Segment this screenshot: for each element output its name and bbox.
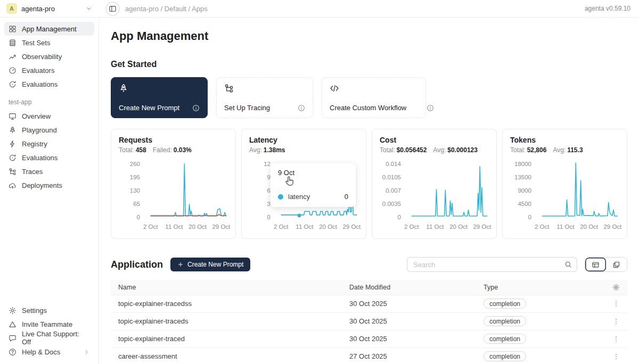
app-date: 30 Oct 2025 — [342, 312, 476, 330]
app-root: A agenta-pro agenta-pro / Default / Apps… — [0, 0, 639, 364]
chevron-right-icon — [83, 349, 90, 355]
column-header-name[interactable]: Name — [111, 280, 342, 295]
dots-vertical-icon — [612, 318, 620, 325]
metrics-row: RequestsTotal:458Failed:0.03%26019513065… — [111, 129, 627, 239]
sidebar-item-app-management[interactable]: App Management — [4, 22, 94, 36]
sidebar-item-app-evaluations[interactable]: Evaluations — [4, 151, 94, 164]
application-heading: Application — [111, 259, 163, 270]
row-menu-button[interactable] — [612, 300, 620, 308]
requests-chart — [144, 161, 228, 220]
type-badge: completion — [484, 351, 526, 361]
sidebar-item-label: Traces — [22, 168, 43, 176]
branch-icon — [9, 168, 17, 176]
metric-stats: Total:458Failed:0.03% — [119, 146, 228, 154]
code-icon — [330, 84, 418, 93]
metric-title: Tokens — [510, 136, 619, 144]
row-menu-button[interactable] — [612, 353, 620, 360]
sidebar-app-section-label: test-app — [4, 91, 94, 109]
sidebar-item-label: Help & Docs — [22, 348, 60, 356]
table-row[interactable]: topic-explainer-traceds 30 Oct 2025 comp… — [111, 312, 627, 330]
card-label: Create New Prompt — [119, 104, 179, 112]
question-icon — [9, 348, 17, 356]
x-axis-labels: 2 Oct11 Oct20 Oct29 Oct — [144, 223, 228, 231]
sidebar-item-playground[interactable]: Playground — [4, 123, 94, 137]
sidebar-item-overview[interactable]: Overview — [4, 109, 94, 123]
card-view-button[interactable] — [606, 258, 627, 271]
mouse-cursor-icon — [284, 176, 295, 188]
get-started-heading: Get Started — [111, 60, 627, 69]
table-row[interactable]: career-assessment 27 Oct 2025 completion — [111, 348, 627, 364]
tooltip-date: 9 Oct — [278, 169, 348, 177]
table-row[interactable]: topic-explainer-tracedss 30 Oct 2025 com… — [111, 295, 627, 312]
metric-stat: Avg:$0.000123 — [433, 146, 478, 154]
panel-left-icon — [109, 5, 117, 13]
metric-card-tokens: TokensTotal:52,806Avg:115.31800013500900… — [502, 129, 627, 239]
metric-card-latency: LatencyAvg:1.38ms1296302 Oct11 Oct20 Oct… — [241, 129, 366, 239]
create-new-prompt-button[interactable]: Create New Prompt — [170, 258, 250, 271]
sidebar-item-label: Settings — [22, 307, 47, 315]
sidebar-item-label: Live Chat Support: Off — [22, 330, 90, 346]
search-input[interactable] — [413, 261, 560, 269]
workspace-avatar: A — [6, 3, 17, 14]
card-view-icon — [612, 261, 620, 269]
sidebar-item-label: Observability — [22, 53, 62, 61]
row-menu-button[interactable] — [612, 318, 620, 325]
sidebar-item-settings[interactable]: Settings — [4, 303, 94, 317]
sidebar-item-registry[interactable]: Registry — [4, 137, 94, 151]
app-date: 30 Oct 2025 — [342, 295, 476, 312]
create-custom-workflow-card[interactable]: Create Custom Workflow — [322, 77, 426, 118]
sidebar-item-observability[interactable]: Observability — [4, 49, 94, 63]
button-label: Create New Prompt — [187, 261, 243, 268]
app-name: career-assessment — [111, 348, 342, 364]
column-settings-gear-icon[interactable] — [604, 284, 620, 291]
app-name: topic-explainer-tracedss — [111, 295, 342, 312]
metric-stat: Total:$0.056452 — [380, 146, 427, 154]
sidebar-item-evaluations[interactable]: Evaluations — [4, 77, 94, 91]
sidebar-item-deployments[interactable]: Deployments — [4, 178, 94, 192]
dots-vertical-icon — [612, 335, 620, 343]
sidebar-item-help-docs[interactable]: Help & Docs — [4, 345, 94, 359]
tooltip-value: 0 — [345, 193, 348, 201]
sidebar-item-live-chat-support[interactable]: Live Chat Support: Off — [4, 331, 94, 345]
y-axis-labels: 129630 — [249, 161, 271, 220]
page-title: App Management — [111, 29, 627, 43]
info-icon[interactable] — [192, 104, 200, 112]
type-badge: completion — [484, 334, 526, 344]
workspace-selector[interactable]: A agenta-pro — [0, 3, 99, 14]
metric-title: Requests — [119, 136, 228, 144]
version-label: agenta v0.59.10 — [585, 5, 639, 12]
info-icon[interactable] — [298, 104, 305, 112]
sidebar-item-evaluators[interactable]: Evaluators — [4, 63, 94, 77]
sidebar-bottom-group: Settings Invite Teammate Live Chat Suppo… — [4, 303, 94, 359]
info-icon[interactable] — [427, 104, 434, 112]
trace-tree-icon — [224, 84, 305, 93]
set-up-tracing-card[interactable]: Set Up Tracing — [216, 77, 313, 118]
refresh-icon — [9, 154, 17, 162]
monitor-icon — [9, 112, 17, 120]
sidebar-item-label: App Management — [22, 25, 77, 33]
search-icon[interactable] — [564, 261, 572, 268]
table-row[interactable]: topic-explainer-traced 30 Oct 2025 compl… — [111, 330, 627, 348]
row-menu-button[interactable] — [612, 335, 620, 343]
tooltip-series-label: latency — [288, 193, 310, 201]
metric-stats: Total:52,806Avg:115.3 — [510, 146, 619, 154]
sidebar-item-label: Invite Teammate — [22, 320, 72, 328]
table-view-button[interactable] — [585, 258, 606, 271]
y-axis-labels: 0.0140.01050.0070.00350 — [380, 161, 401, 220]
sidebar-item-invite-teammate[interactable]: Invite Teammate — [4, 317, 94, 331]
chart-tooltip: 9 Oct latency 0 — [271, 163, 356, 207]
cloud-upload-icon — [9, 181, 17, 189]
column-header-type[interactable]: Type — [476, 280, 596, 295]
sidebar-item-traces[interactable]: Traces — [4, 164, 94, 178]
create-new-prompt-card[interactable]: Create New Prompt — [111, 77, 208, 118]
sidebar-item-label: Test Sets — [22, 39, 50, 47]
column-header-date-modified[interactable]: Date Modified — [342, 280, 476, 295]
sidebar-item-label: Deployments — [22, 181, 62, 189]
chat-icon — [9, 334, 17, 342]
table-icon — [9, 39, 17, 47]
gauge-icon — [9, 67, 17, 75]
sidebar-item-test-sets[interactable]: Test Sets — [4, 36, 94, 49]
sidebar-toggle-button[interactable] — [105, 2, 120, 16]
metric-title: Latency — [249, 136, 358, 144]
lightning-icon — [9, 140, 17, 148]
